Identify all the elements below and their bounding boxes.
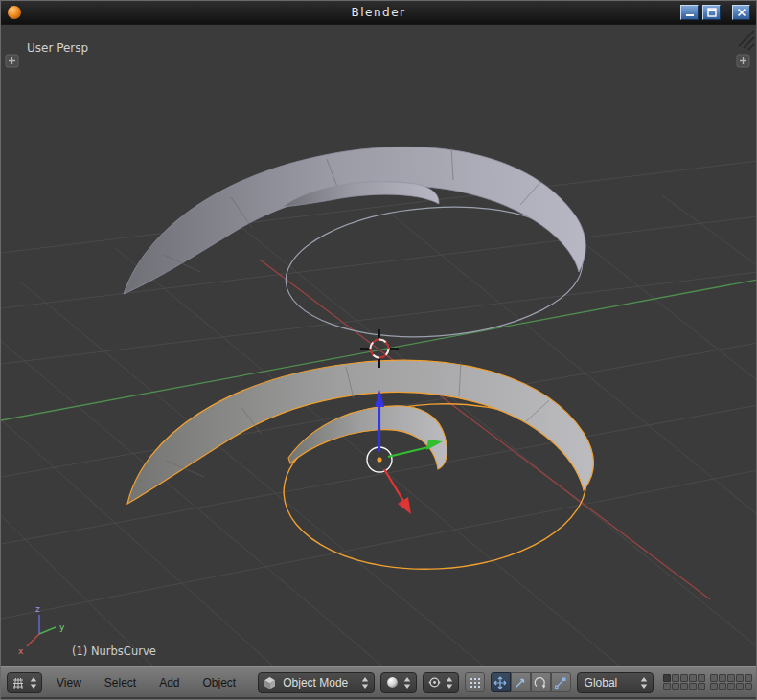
chevron-updown-icon (640, 676, 648, 689)
close-icon (737, 8, 746, 17)
layer-toggle-10[interactable] (745, 674, 752, 682)
layer-toggle-15[interactable] (698, 683, 705, 690)
layer-toggle-6[interactable] (710, 674, 718, 682)
manipulator-translate-button[interactable] (491, 672, 511, 692)
window-controls (680, 5, 750, 20)
translate-arrow-icon (514, 676, 527, 689)
layer-toggle-9[interactable] (736, 674, 744, 682)
maximize-button[interactable] (702, 5, 721, 20)
close-button[interactable] (732, 5, 750, 20)
minimize-button[interactable] (680, 5, 699, 20)
3d-viewport-editor-icon (11, 676, 25, 689)
chevron-updown-icon (446, 676, 453, 689)
grid-dots-icon (470, 677, 481, 689)
manipulator-x-arrow[interactable] (384, 469, 411, 514)
menu-select[interactable]: Select (96, 676, 145, 689)
object-mode-cube-icon (264, 676, 276, 689)
nurbs-curve-object-selected[interactable] (127, 360, 594, 576)
layer-toggle-18[interactable] (727, 683, 735, 690)
maximize-icon (707, 8, 717, 17)
nurbs-curve-object-top[interactable] (124, 147, 586, 347)
view-name-label: User Persp (27, 41, 88, 55)
menu-object[interactable]: Object (195, 676, 245, 689)
layer-toggle-20[interactable] (745, 683, 752, 690)
layer-block-2 (710, 674, 752, 690)
translate-cross-arrows-icon (493, 676, 507, 689)
axis-label-y: y (59, 622, 65, 632)
blender-window: Blender (0, 0, 757, 700)
snap-grid-button[interactable] (465, 672, 484, 692)
editor-type-selector[interactable] (7, 672, 42, 693)
viewport-3d[interactable]: z y x User Persp (1) NurbsCurve (1, 24, 757, 668)
pivot-point-selector[interactable] (423, 672, 459, 693)
orientation-value: Global (583, 676, 635, 689)
transform-orientation-selector[interactable]: Global (577, 672, 654, 693)
window-title: Blender (1, 6, 756, 19)
layer-toggle-5[interactable] (698, 674, 705, 682)
menu-view[interactable]: View (48, 676, 90, 689)
area-resize-grip[interactable] (739, 31, 754, 50)
chevron-updown-icon (403, 676, 411, 689)
layer-toggle-11[interactable] (663, 683, 671, 690)
layer-toggle-8[interactable] (727, 674, 735, 682)
manipulator-scale-button[interactable] (551, 672, 571, 692)
layer-toggle-2[interactable] (672, 674, 679, 682)
layers-widget (663, 674, 752, 690)
solid-shading-sphere-icon (386, 676, 399, 689)
manipulator-toggle-group (491, 672, 571, 692)
layer-toggle-7[interactable] (719, 674, 726, 682)
axis-label-x: x (18, 646, 24, 656)
layer-toggle-19[interactable] (736, 683, 744, 690)
scale-square-icon (554, 676, 567, 689)
manipulator-translate-axis-button[interactable] (511, 672, 531, 692)
menu-add[interactable]: Add (150, 676, 188, 689)
layer-toggle-1[interactable] (663, 674, 671, 682)
layer-toggle-16[interactable] (710, 683, 718, 690)
pivot-median-icon (428, 676, 441, 689)
chevron-updown-icon (30, 676, 37, 689)
region-split-button-right[interactable] (737, 55, 749, 67)
titlebar: Blender (1, 1, 756, 24)
region-split-button-left[interactable] (6, 55, 18, 67)
active-object-label: (1) NurbsCurve (72, 644, 156, 658)
layer-block-1 (663, 674, 705, 690)
layer-toggle-13[interactable] (680, 683, 688, 690)
chevron-updown-icon (361, 676, 369, 689)
layer-toggle-14[interactable] (689, 683, 697, 690)
layer-toggle-12[interactable] (672, 683, 679, 690)
axis-label-z: z (35, 604, 40, 614)
mode-selector[interactable]: Object Mode (258, 672, 375, 693)
layer-toggle-3[interactable] (680, 674, 688, 682)
layer-toggle-17[interactable] (719, 683, 726, 690)
viewport-header: View Select Add Object Object Mode (1, 666, 757, 699)
viewport-shading-selector[interactable] (380, 672, 417, 693)
mode-selector-value: Object Mode (281, 676, 356, 689)
mini-axis-gizmo: z y x (18, 604, 65, 656)
object-origin-dot (377, 457, 381, 462)
minimize-icon (685, 8, 695, 17)
layer-toggle-4[interactable] (689, 674, 697, 682)
rotate-arc-icon (534, 676, 547, 689)
manipulator-rotate-button[interactable] (531, 672, 551, 692)
